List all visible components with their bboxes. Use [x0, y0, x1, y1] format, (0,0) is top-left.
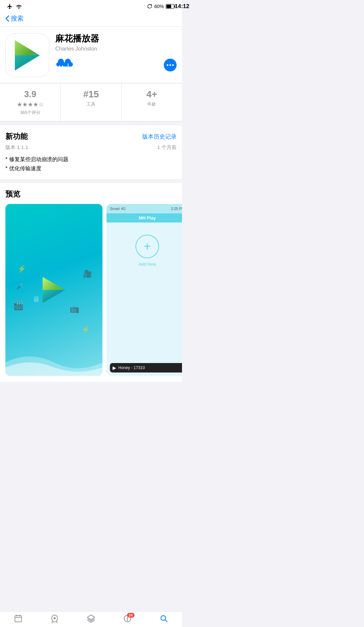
svg-point-7	[167, 64, 169, 66]
svg-text:📺: 📺	[69, 304, 80, 314]
preview-card-2-content: Smart 4G 2:25 PM MH Play + Add New ▶ Hon…	[107, 204, 182, 376]
version-date: 1 个月前	[157, 144, 177, 151]
svg-text:⚡: ⚡	[81, 325, 91, 334]
add-new-label: Add New	[139, 262, 156, 267]
add-new-circle: +	[135, 235, 159, 258]
rating-rank-label: 工具	[87, 101, 95, 107]
age-label: 年龄	[147, 101, 156, 107]
honey-play-icon: ▶	[113, 365, 116, 370]
version-row: 版本 1.1.1 1 个月前	[5, 144, 177, 151]
preview-title: 预览	[0, 189, 182, 204]
preview-card-2: Smart 4G 2:25 PM MH Play + Add New ▶ Hon…	[107, 204, 182, 376]
app-actions	[55, 57, 177, 72]
airplane-icon	[7, 3, 13, 9]
svg-point-8	[170, 64, 171, 66]
rating-count: 365个评分	[20, 110, 40, 116]
app-header: 麻花播放器 Charles Johnston	[0, 27, 182, 83]
app-developer: Charles Johnston	[55, 46, 177, 52]
svg-text:⚡: ⚡	[17, 264, 27, 273]
status-left	[7, 3, 22, 9]
preview-section: 预览	[0, 183, 182, 382]
app-logo-svg	[9, 37, 46, 74]
lock-rotation-icon	[147, 4, 152, 9]
svg-text:🎤: 🎤	[16, 282, 24, 290]
back-button[interactable]: 搜索	[5, 14, 177, 23]
svg-marker-11	[42, 290, 65, 303]
whats-new-header: 新功能 版本历史记录	[5, 131, 177, 142]
nav-bar: 搜索	[0, 12, 182, 27]
svg-text:🎬: 🎬	[13, 300, 24, 311]
status-right: 60%	[147, 4, 175, 9]
app-icon	[5, 33, 49, 77]
preview-play-logo	[39, 275, 69, 305]
rating-stars: ★★★★☆	[17, 101, 44, 108]
wifi-icon	[16, 4, 22, 9]
status-bar: 14:12 60%	[0, 0, 182, 12]
preview-wave	[5, 349, 102, 376]
add-new-area: + Add New	[107, 222, 182, 267]
rating-age-cell: 4+ 年龄	[121, 84, 182, 121]
svg-text:🎥: 🎥	[83, 269, 92, 278]
honey-text: Honey - 17310	[118, 365, 145, 370]
rating-score-cell: 3.9 ★★★★☆ 365个评分	[0, 84, 60, 121]
honey-item: ▶ Honey - 17310	[110, 363, 182, 372]
back-label: 搜索	[11, 14, 24, 23]
preview-status-time: 2:25 PM	[171, 207, 182, 211]
version-number: 版本 1.1.1	[5, 144, 28, 151]
version-history-link[interactable]: 版本历史记录	[142, 133, 177, 141]
preview-scroll[interactable]: ⚡ 🎬 📺 🎥 ⚡ 🎤 🖥	[0, 204, 182, 376]
status-time: 14:12	[175, 3, 182, 10]
svg-marker-4	[15, 55, 40, 70]
preview-card-2-statusbar: Smart 4G 2:25 PM	[107, 204, 182, 213]
preview-app-title: MH Play	[107, 213, 182, 222]
cloud-download-icon[interactable]	[62, 58, 74, 72]
changelog: * 修复某些启动崩溃的问题 * 优化传输速度	[5, 155, 177, 173]
rating-rank: #15	[83, 89, 99, 100]
rating-rank-cell: #15 工具	[60, 84, 121, 121]
svg-rect-2	[166, 5, 171, 8]
ratings-row: 3.9 ★★★★☆ 365个评分 #15 工具 4+ 年龄	[0, 83, 182, 121]
app-info: 麻花播放器 Charles Johnston	[55, 33, 177, 72]
changelog-item-1: * 修复某些启动崩溃的问题	[5, 155, 177, 164]
rating-score: 3.9	[24, 89, 36, 99]
preview-status-network: Smart 4G	[110, 207, 126, 211]
whats-new-title: 新功能	[5, 131, 28, 142]
age-rating: 4+	[146, 89, 157, 100]
whats-new-section: 新功能 版本历史记录 版本 1.1.1 1 个月前 * 修复某些启动崩溃的问题 …	[0, 125, 182, 179]
more-button[interactable]	[164, 59, 177, 71]
battery-icon	[166, 4, 175, 9]
changelog-item-2: * 优化传输速度	[5, 164, 177, 173]
app-title: 麻花播放器	[55, 33, 177, 44]
preview-card-1: ⚡ 🎬 📺 🎥 ⚡ 🎤 🖥	[5, 204, 102, 376]
battery-percent: 60%	[154, 4, 164, 9]
svg-point-9	[172, 64, 174, 66]
